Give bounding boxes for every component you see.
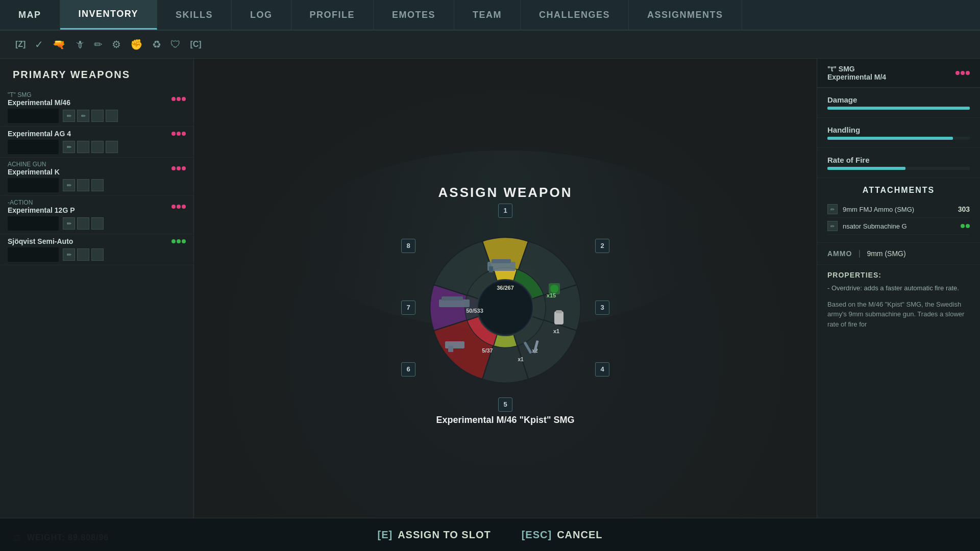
weapon-3-rarity [172, 166, 186, 170]
main-content: PRIMARY WEAPONS "t" SMG Experimental M/4… [0, 59, 980, 551]
bottom-bar: [E] ASSIGN TO SLOT [ESC] CANCEL [0, 518, 980, 551]
nav-challenges[interactable]: CHALLENGES [521, 0, 629, 30]
primary-weapons-title: PRIMARY WEAPONS [0, 69, 193, 88]
ammo-value: 9mm (SMG) [867, 249, 905, 258]
edit-icon-2[interactable]: ✏ [63, 141, 75, 153]
handling-bar-fill [827, 137, 953, 140]
slot-icon-1[interactable] [91, 110, 104, 122]
attachment-name-1: 9mm FMJ Ammo (SMG) [843, 206, 953, 213]
attachment-icon-2: ✏ [827, 221, 838, 231]
svg-rect-11 [445, 341, 464, 348]
handling-label: Handling [827, 126, 970, 134]
slot2-icon-3[interactable] [91, 179, 104, 191]
edit2-icon-1[interactable]: ✏ [77, 110, 89, 122]
nav-team[interactable]: TEAM [454, 0, 521, 30]
weapon-row-5[interactable]: Sjöqvist Semi-Auto ✏ [0, 234, 193, 265]
slot-icon-2[interactable] [77, 141, 89, 153]
weapon-4-type: -Action [8, 199, 75, 206]
weapon-5-rarity [172, 239, 186, 243]
attachment-row-2: ✏ nsator Submachine G [827, 218, 970, 235]
right-panel-header: "t" SMG Experimental M/4 [817, 59, 980, 88]
weapon-wheel-svg: 36/267 x15 x1 50/533 5/37 x2 x1 [408, 211, 602, 405]
toolbar-fist-icon[interactable]: ✊ [130, 38, 143, 51]
weapon-3-name: Experimental K [8, 168, 60, 176]
toolbar-recycle-icon[interactable]: ♻ [152, 38, 161, 51]
nav-map[interactable]: MAP [0, 0, 60, 30]
svg-rect-12 [448, 346, 453, 352]
attachments-title: ATTACHMENTS [827, 186, 970, 195]
rate-bar-bg [827, 167, 970, 170]
weapon-row-4[interactable]: -Action Experimental 12G P ✏ [0, 196, 193, 234]
assign-binding: [E] ASSIGN TO SLOT [377, 529, 491, 541]
nav-emotes[interactable]: EMOTES [374, 0, 454, 30]
slot2-icon-1[interactable] [106, 110, 118, 122]
assign-label[interactable]: ASSIGN TO SLOT [398, 529, 491, 541]
slot-label-3: 3 [595, 300, 609, 315]
wheel-title: ASSIGN WEAPON [438, 185, 573, 201]
weapon-5-actions: ✏ [63, 248, 104, 261]
weapon-4-name: Experimental 12G P [8, 206, 75, 214]
right-panel: "t" SMG Experimental M/4 Damage Handling… [817, 59, 980, 551]
slot-label-7: 7 [401, 300, 415, 315]
nav-inventory[interactable]: INVENTORY [60, 0, 158, 30]
wheel-selected-weapon: Experimental M/46 "Kpist" SMG [436, 415, 574, 425]
edit-icon-3[interactable]: ✏ [63, 179, 75, 191]
ammo-label: AMMO [827, 249, 852, 258]
wheel-wrapper: 36/267 x15 x1 50/533 5/37 x2 x1 [408, 211, 602, 405]
toolbar-shield-icon[interactable]: 🛡 [170, 39, 181, 51]
toolbar: [Z] ✓ 🔫 🗡 ✏ ⚙ ✊ ♻ 🛡 [C] [0, 31, 980, 59]
slot2-icon-2[interactable] [91, 141, 104, 153]
attachment-name-2: nsator Submachine G [843, 222, 955, 230]
toolbar-left-bracket: [Z] [15, 40, 26, 49]
slot-icon-3[interactable] [77, 179, 89, 191]
center-area: ASSIGN WEAPON [194, 59, 817, 551]
nav-assignments[interactable]: ASSIGNMENTS [629, 0, 742, 30]
toolbar-gun-icon[interactable]: 🔫 [53, 38, 65, 51]
weapon-1-type: "t" SMG [8, 91, 70, 98]
svg-rect-9 [439, 299, 470, 307]
assign-key: [E] [377, 529, 393, 541]
cancel-label[interactable]: CANCEL [557, 529, 602, 541]
right-weapon-rarity [955, 71, 970, 75]
properties-lore: Based on the M/46 "Kpist" SMG, the Swedi… [827, 299, 970, 330]
slot-label-5: 5 [498, 397, 512, 412]
weapon-row-3[interactable]: achine Gun Experimental K ✏ [0, 158, 193, 196]
properties-title: PROPERTIES: [827, 271, 970, 279]
weapon-2-name: Experimental AG 4 [8, 130, 71, 138]
toolbar-knife-icon[interactable]: 🗡 [75, 39, 85, 51]
slot2-icon-4[interactable] [91, 217, 104, 230]
slot3-icon-2[interactable] [106, 141, 118, 153]
weapon-row-2[interactable]: Experimental AG 4 ✏ [0, 127, 193, 158]
top-navigation: MAP INVENTORY SKILLS LOG PROFILE EMOTES … [0, 0, 980, 31]
handling-bar-bg [827, 137, 970, 140]
toolbar-checkmark-icon[interactable]: ✓ [35, 38, 43, 51]
nav-profile[interactable]: PROFILE [291, 0, 374, 30]
weapon-2-rarity [172, 132, 186, 136]
toolbar-gear-icon[interactable]: ⚙ [112, 38, 121, 51]
slot-icon-5[interactable] [77, 248, 89, 261]
nav-skills[interactable]: SKILLS [157, 0, 232, 30]
stat-rate-of-fire: Rate of Fire [817, 148, 980, 178]
svg-text:36/267: 36/267 [497, 285, 514, 291]
attachment-row-1: ✏ 9mm FMJ Ammo (SMG) 303 [827, 201, 970, 218]
damage-bar-bg [827, 107, 970, 110]
svg-text:x15: x15 [547, 292, 556, 298]
svg-text:x1: x1 [518, 357, 524, 362]
weapon-3-type: achine Gun [8, 161, 60, 168]
attachment-count-1: 303 [958, 205, 970, 213]
edit-icon-5[interactable]: ✏ [63, 248, 75, 261]
nav-log[interactable]: LOG [232, 0, 291, 30]
svg-rect-3 [492, 259, 511, 263]
cancel-key: [ESC] [522, 529, 552, 541]
svg-text:x1: x1 [553, 328, 559, 334]
edit-icon-4[interactable]: ✏ [63, 217, 75, 230]
slot-icon-4[interactable] [77, 217, 89, 230]
svg-rect-10 [442, 296, 463, 300]
svg-point-6 [550, 285, 558, 293]
toolbar-pen-icon[interactable]: ✏ [94, 38, 103, 51]
slot-label-2: 2 [595, 239, 609, 253]
weapon-row-1[interactable]: "t" SMG Experimental M/46 ✏ ✏ [0, 88, 193, 127]
slot2-icon-5[interactable] [91, 248, 104, 261]
edit-icon-1[interactable]: ✏ [63, 110, 75, 122]
weapon-4-rarity [172, 205, 186, 209]
